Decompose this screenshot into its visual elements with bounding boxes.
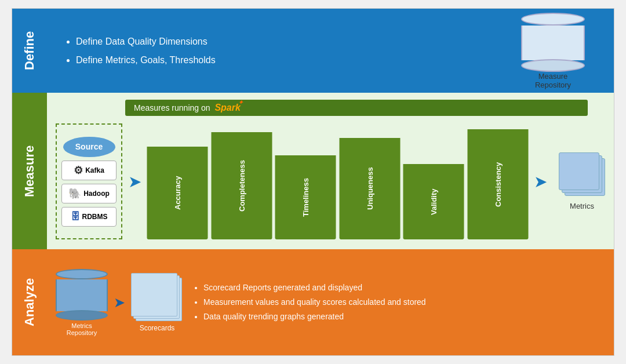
scorecards-stacked	[131, 273, 183, 322]
kafka-item: ⚙ Kafka	[61, 161, 117, 180]
metrics-repository: MetricsRepository	[56, 269, 108, 336]
sc-card-3	[131, 273, 177, 316]
spark-prefix: Measures running on	[134, 103, 210, 112]
metrics-cyl-body	[56, 279, 108, 311]
repo-to-scorecards-arrow: ➤	[114, 294, 125, 311]
metrics-cyl-bottom	[56, 310, 108, 321]
cylinder-bottom	[521, 59, 585, 72]
metrics-to-result-arrow: ➤	[534, 172, 547, 191]
metrics-columns: Accuracy Completeness Timeliness Uniquen…	[147, 123, 528, 239]
define-row: Define Define Data Quality Dimensions De…	[12, 9, 614, 93]
repo-label: MeasureRepository	[535, 72, 571, 89]
kafka-label: Kafka	[85, 166, 104, 174]
metric-timeliness: Timeliness	[275, 155, 336, 239]
metric-uniqueness: Uniqueness	[340, 138, 401, 239]
cylinder-top	[521, 13, 585, 26]
scorecards-label: Scorecards	[140, 324, 175, 332]
define-content: Define Data Quality Dimensions Define Me…	[47, 9, 614, 93]
define-bullet-1: Define Data Quality Dimensions	[76, 32, 216, 51]
source-to-metrics-arrow: ➤	[128, 172, 141, 191]
hadoop-item: 🐘 Hadoop	[61, 184, 117, 203]
metrics-result-label: Metrics	[570, 202, 594, 210]
analyze-bullet-2: Measurement values and quality scores ca…	[203, 295, 605, 310]
source-ellipse: Source	[63, 137, 115, 157]
metric-validity: Validity	[403, 164, 464, 239]
spark-logo: Spark ✦	[214, 103, 240, 113]
measure-repository: MeasureRepository	[521, 13, 585, 89]
scorecards-group: Scorecards	[131, 273, 183, 332]
measure-content: Measures running on Spark ✦ Source ⚙ Kaf…	[47, 93, 614, 249]
source-box: Source ⚙ Kafka 🐘 Hadoop 🗄 RDBMS	[56, 123, 122, 239]
analyze-bullets: Scorecard Reports generated and displaye…	[192, 281, 605, 325]
measure-row: Measure Measures running on Spark ✦ Sour…	[12, 93, 614, 249]
metrics-stacked-pages	[559, 152, 605, 199]
metrics-repo-label: MetricsRepository	[67, 322, 97, 336]
analyze-left: MetricsRepository ➤ Scorecards	[56, 269, 183, 336]
analyze-bullet-1: Scorecard Reports generated and displaye…	[203, 281, 605, 295]
analyze-row: Analyze MetricsRepository ➤	[12, 249, 614, 355]
rdbms-label: RDBMS	[82, 213, 108, 221]
measure-lower: Source ⚙ Kafka 🐘 Hadoop 🗄 RDBMS ➤	[56, 121, 605, 242]
spark-banner: Measures running on Spark ✦	[125, 100, 588, 116]
metric-accuracy: Accuracy	[147, 147, 208, 239]
kafka-icon: ⚙	[74, 164, 83, 177]
main-diagram: Define Define Data Quality Dimensions De…	[12, 8, 614, 356]
analyze-bullet-3: Data quality trending graphs generated	[203, 310, 605, 324]
metrics-result: Metrics	[559, 152, 605, 210]
measure-label: Measure	[12, 93, 47, 249]
metrics-cyl-top	[56, 269, 108, 279]
rdbms-item: 🗄 RDBMS	[61, 207, 117, 227]
hadoop-label: Hadoop	[83, 190, 110, 198]
analyze-content: MetricsRepository ➤ Scorecards Scorecard…	[47, 249, 614, 355]
define-bullet-2: Define Metrics, Goals, Thresholds	[76, 51, 216, 70]
rdbms-icon: 🗄	[71, 212, 80, 222]
cylinder-body	[521, 26, 585, 60]
define-label: Define	[12, 9, 47, 93]
metric-consistency: Consistency	[468, 129, 529, 239]
spark-star: ✦	[238, 99, 243, 105]
analyze-label: Analyze	[12, 249, 47, 355]
repo-cylinder	[521, 13, 585, 72]
hadoop-icon: 🐘	[68, 187, 81, 200]
define-bullets: Define Data Quality Dimensions Define Me…	[64, 32, 216, 70]
metric-completeness: Completeness	[212, 132, 272, 239]
page-card-3	[559, 152, 599, 190]
